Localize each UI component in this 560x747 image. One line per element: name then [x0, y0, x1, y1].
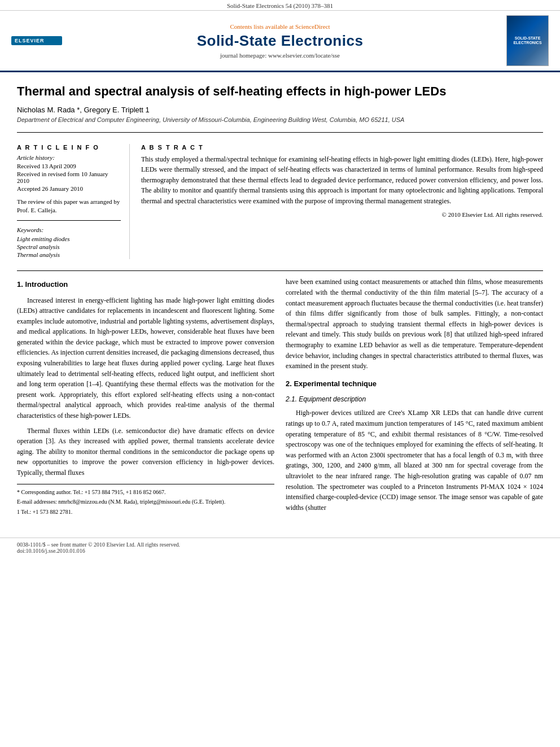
section2-heading: 2. Experimental technique: [286, 378, 543, 390]
sciencedirect-link[interactable]: Contents lists available at ScienceDirec…: [62, 23, 498, 30]
journal-homepage: journal homepage: www.elsevier.com/locat…: [62, 52, 498, 59]
article-info-column: A R T I C L E I N F O Article history: R…: [17, 144, 130, 260]
keyword-3: Thermal analysis: [17, 251, 121, 258]
sciencedirect-anchor[interactable]: ScienceDirect: [295, 23, 330, 30]
elsevier-logo-area: ELSEVIER: [11, 36, 62, 45]
footnote-1: * Corresponding author. Tel.: +1 573 884…: [17, 488, 274, 497]
journal-citation: Solid-State Electronics 54 (2010) 378–38…: [0, 0, 560, 11]
footnotes: * Corresponding author. Tel.: +1 573 884…: [17, 484, 274, 517]
content-area: Thermal and spectral analysis of self-he…: [0, 72, 560, 528]
article-title: Thermal and spectral analysis of self-he…: [17, 84, 543, 100]
article-meta: A R T I C L E I N F O Article history: R…: [17, 138, 543, 260]
journal-title-area: Contents lists available at ScienceDirec…: [62, 23, 498, 59]
abstract-text: This study employed a thermal/spectral t…: [141, 154, 543, 207]
divider-1: [17, 132, 543, 133]
keywords-list: Light emitting diodes Spectral analysis …: [17, 235, 121, 258]
keyword-1: Light emitting diodes: [17, 235, 121, 242]
divider-info: [17, 220, 121, 221]
authors: Nicholas M. Rada *, Gregory E. Triplett …: [17, 106, 543, 114]
footer-line-2: doi:10.1016/j.sse.2010.01.016: [17, 548, 543, 554]
column-right: have been examined using contact measure…: [286, 277, 543, 517]
intro-heading: 1. Introduction: [17, 279, 274, 290]
keywords-label: Keywords:: [17, 226, 121, 233]
main-columns: 1. Introduction Increased interest in en…: [17, 277, 543, 517]
review-note: The review of this paper was arranged by…: [17, 198, 121, 215]
subsection21-text: High-power devices utilized are Cree's X…: [286, 408, 543, 513]
journal-cover: SOLID-STATEELECTRONICS: [506, 15, 549, 66]
author-names: Nicholas M. Rada *, Gregory E. Triplett …: [17, 106, 150, 114]
revised-date: Received in revised form 10 January 2010: [17, 171, 121, 184]
page-wrapper: Solid-State Electronics 54 (2010) 378–38…: [0, 0, 560, 560]
keyword-2: Spectral analysis: [17, 243, 121, 250]
cover-title: SOLID-STATEELECTRONICS: [513, 36, 541, 46]
journal-header: ELSEVIER Contents lists available at Sci…: [0, 11, 560, 72]
accepted-date: Accepted 26 January 2010: [17, 185, 121, 192]
affiliation: Department of Electrical and Computer En…: [17, 116, 543, 123]
footer-line-1: 0038-1101/$ – see front matter © 2010 El…: [17, 541, 543, 548]
history-label: Article history:: [17, 154, 121, 161]
elsevier-label: ELSEVIER: [11, 36, 62, 45]
column-left: 1. Introduction Increased interest in en…: [17, 277, 274, 517]
copyright: © 2010 Elsevier Ltd. All rights reserved…: [141, 211, 543, 218]
journal-cover-area: SOLID-STATEELECTRONICS: [498, 15, 549, 66]
abstract-label: A B S T R A C T: [141, 144, 543, 151]
article-info-label: A R T I C L E I N F O: [17, 144, 121, 151]
intro-para-2: Thermal fluxes within LEDs (i.e. semicon…: [17, 426, 274, 478]
citation-text: Solid-State Electronics 54 (2010) 378–38…: [227, 2, 333, 9]
abstract-column: A B S T R A C T This study employed a th…: [141, 144, 543, 260]
bottom-footer: 0038-1101/$ – see front matter © 2010 El…: [0, 538, 560, 560]
footnote-2: E-mail addresses: nmrhc8@mizzou.edu (N.M…: [17, 497, 274, 506]
journal-title: Solid-State Electronics: [62, 32, 498, 50]
received-date: Received 13 April 2009: [17, 163, 121, 169]
divider-2: [17, 270, 543, 271]
intro-para-1: Increased interest in energy-efficient l…: [17, 295, 274, 421]
right-para-1: have been examined using contact measure…: [286, 277, 543, 371]
subsection21-heading: 2.1. Equipment description: [286, 394, 543, 405]
footnote-3: 1 Tel.: +1 573 882 2781.: [17, 508, 274, 517]
